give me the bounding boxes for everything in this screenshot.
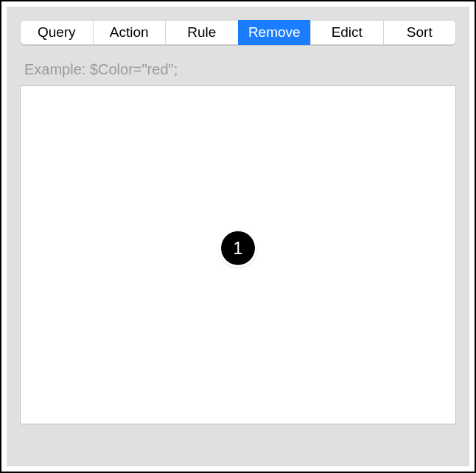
code-textarea[interactable] (20, 85, 456, 424)
tab-remove[interactable]: Remove (238, 20, 311, 45)
tab-rule[interactable]: Rule (165, 20, 238, 45)
text-area-container: 1 (20, 85, 456, 424)
example-label: Example: $Color="red"; (24, 61, 456, 78)
tab-sort[interactable]: Sort (383, 20, 457, 45)
tab-bar: Query Action Rule Remove Edict Sort (20, 20, 456, 45)
tab-edict[interactable]: Edict (310, 20, 383, 45)
panel: Query Action Rule Remove Edict Sort Exam… (7, 7, 469, 466)
tab-action[interactable]: Action (93, 20, 166, 45)
tab-query[interactable]: Query (20, 20, 93, 45)
window-frame: Query Action Rule Remove Edict Sort Exam… (0, 0, 476, 473)
